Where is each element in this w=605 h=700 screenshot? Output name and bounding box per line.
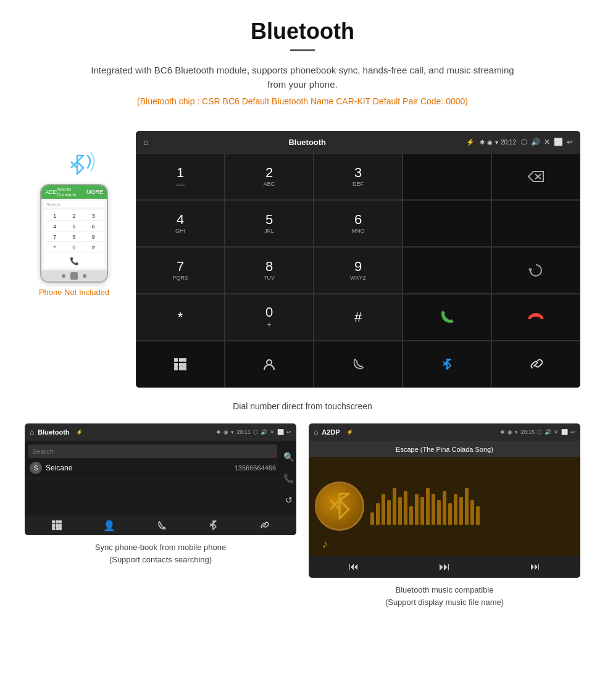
phone-home-btn[interactable] [70,272,78,280]
dial-refresh[interactable] [491,247,580,294]
dial-key-9[interactable]: 9WXYZ [314,247,403,294]
volume-icon[interactable]: 🔊 [531,138,540,146]
eq-bar [382,494,385,525]
dial-key-3[interactable]: 3DEF [314,153,403,200]
pb-back-icon: ↩ [286,429,291,435]
music-caption-line1: Bluetooth music compatible [396,585,494,594]
phone-key-2[interactable]: 2 [65,212,83,221]
phone-search-bar: Search [44,201,104,207]
dial-contacts-icon[interactable] [225,341,314,388]
dial-key-4[interactable]: 4GHI [136,200,225,247]
pb-loc-icon: ◉ [223,429,228,435]
dial-end-button[interactable] [491,294,580,341]
eq-bar [420,497,424,525]
pb-link-bottom-icon[interactable] [259,520,269,530]
phonebook-list: Search S Seicane 13566664466 [25,441,281,515]
phone-key-hash[interactable]: # [85,243,102,252]
phone-key-4[interactable]: 4 [46,222,64,231]
home-icon[interactable]: ⌂ [143,137,148,147]
back-icon[interactable]: ↩ [567,138,573,146]
eq-bar [387,500,391,525]
pb-bottom-bar: 👤 [25,515,296,535]
album-art [315,481,364,531]
window-icon[interactable]: ⬜ [554,138,563,146]
dial-key-2[interactable]: 2ABC [225,153,314,200]
phone-key-5[interactable]: 5 [65,222,83,231]
pb-bt-icon: ✱ [216,429,221,435]
pb-contact-number: 13566664466 [235,464,276,472]
pb-phone-bottom-icon[interactable] [157,520,167,530]
phone-key-3[interactable]: 3 [85,212,102,221]
phone-key-7[interactable]: 7 [46,233,64,242]
bottom-row: ⌂ Bluetooth ⚡ ✱ ◉ ▾ 20:11 ⬡ 🔊 ✕ ⬜ ↩ [0,423,605,620]
pb-home-icon[interactable]: ⌂ [30,428,34,436]
music-header: ⌂ A2DP ⚡ ✱ ◉ ▾ 20:15 ⬡ 🔊 ✕ ⬜ ↩ [309,423,580,441]
phone-not-included-label: Phone Not Included [39,288,109,297]
pb-bt-bottom-icon[interactable] [208,520,218,530]
dial-key-star[interactable]: * [136,294,225,341]
music-back-icon: ↩ [570,429,575,435]
pb-search-bar[interactable]: Search [28,444,277,458]
car-dialpad-title: Bluetooth [153,138,461,147]
svg-rect-19 [59,520,62,523]
music-win-icon: ⬜ [561,429,568,435]
play-pause-icon[interactable]: ⏭ [439,560,450,573]
bt-waves-icon [56,143,93,180]
next-track-icon[interactable]: ⏭ [530,561,540,572]
dial-key-5[interactable]: 5JKL [225,200,314,247]
dial-key-7[interactable]: 7PQRS [136,247,225,294]
dial-bluetooth-icon[interactable] [403,341,491,388]
dial-key-hash[interactable]: # [314,294,403,341]
prev-track-icon[interactable]: ⏮ [349,561,359,572]
svg-rect-17 [52,520,55,523]
phone-key-8[interactable]: 8 [65,233,83,242]
svg-rect-21 [56,524,59,527]
eq-bar [443,491,446,525]
camera-icon[interactable]: ⬡ [521,138,527,146]
eq-bar [432,494,435,525]
music-screen: ⌂ A2DP ⚡ ✱ ◉ ▾ 20:15 ⬡ 🔊 ✕ ⬜ ↩ Escape (T… [309,423,580,578]
music-caption-line2: (Support display music file name) [385,598,504,607]
eq-bar [415,494,419,525]
svg-rect-9 [179,363,183,367]
svg-rect-8 [174,363,178,367]
svg-rect-20 [52,524,55,527]
pb-search-side-icon[interactable]: 🔍 [283,452,294,462]
phone-top-bar: ADD Add to Contacts MORE [41,185,107,199]
dial-phone-icon[interactable] [314,341,403,388]
dial-grid-icon[interactable] [136,341,225,388]
phone-key-0[interactable]: 0 [65,243,83,252]
x-icon[interactable]: ✕ [544,138,550,146]
pb-refresh-side-icon[interactable]: ↺ [285,495,293,505]
dial-key-8[interactable]: 8TUV [225,247,314,294]
pb-contact-row[interactable]: S Seicane 13566664466 [25,458,281,478]
dial-key-1[interactable]: 1⌓⌓ [136,153,225,200]
dial-key-0[interactable]: 0+ [225,294,314,341]
phone-key-star[interactable]: * [46,243,64,252]
phone-bottom-bar [41,270,107,281]
dial-link-icon[interactable] [491,341,580,388]
phone-key-6[interactable]: 6 [85,222,102,231]
eq-container [370,488,574,525]
eq-bar [459,497,463,525]
svg-rect-11 [174,367,178,370]
pb-grid-icon[interactable] [52,520,62,530]
dial-call-button[interactable] [403,294,491,341]
pb-wifi-icon: ▾ [231,429,234,435]
svg-rect-12 [179,367,183,370]
pb-contact-avatar: S [30,462,42,474]
phone-key-1[interactable]: 1 [46,212,64,221]
dial-key-6[interactable]: 6MNO [314,200,403,247]
pb-search-text: Search [32,448,273,455]
music-home-icon[interactable]: ⌂ [314,428,318,436]
music-cam-icon: ⬡ [537,429,542,435]
car-dialpad-screen: ⌂ Bluetooth ⚡ ✱ ◉ ▾ 20:12 ⬡ 🔊 ✕ ⬜ ↩ 1⌓⌓ [136,131,580,388]
phone-key-9[interactable]: 9 [85,233,102,242]
dial-backspace[interactable] [491,153,580,200]
phonebook-caption-line1: Sync phone-book from mobile phone [95,543,226,552]
pb-phone-side-icon[interactable]: 📞 [283,473,294,483]
svg-rect-22 [59,524,62,527]
music-wifi-icon: ▾ [515,429,518,435]
pb-person-icon-active[interactable]: 👤 [103,520,115,531]
dial-caption: Dial number direct from touchscreen [0,394,605,423]
